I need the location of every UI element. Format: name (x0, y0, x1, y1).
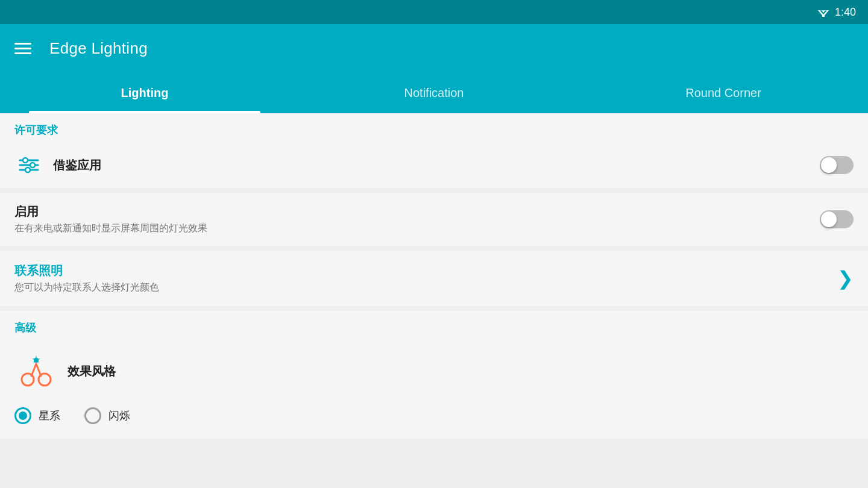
content-area: 许可要求 借鉴应用 启用 在 (0, 113, 868, 488)
enable-section: 启用 在有来电或新通知时显示屏幕周围的灯光效果 (0, 193, 868, 246)
permissions-section: 许可要求 借鉴应用 (0, 113, 868, 188)
advanced-section: 高级 效果风格 (0, 311, 868, 439)
svg-point-8 (30, 163, 35, 167)
enable-title: 启用 (14, 204, 820, 220)
tab-notification[interactable]: Notification (289, 72, 579, 113)
radio-shansuo[interactable] (84, 407, 101, 424)
app-bar: Edge Lighting (0, 24, 868, 72)
effect-style-label: 效果风格 (68, 363, 116, 380)
borrow-apps-title: 借鉴应用 (53, 157, 820, 174)
borrow-apps-content: 借鉴应用 (53, 157, 820, 174)
svg-point-7 (23, 158, 28, 163)
wifi-icon (817, 7, 830, 17)
effect-style-icon (17, 352, 55, 390)
borrow-apps-row: 借鉴应用 (0, 142, 868, 188)
enable-content: 启用 在有来电或新通知时显示屏幕周围的灯光效果 (14, 204, 820, 235)
contact-lighting-section: 联系照明 您可以为特定联系人选择灯光颜色 ❯ (0, 251, 868, 306)
svg-line-13 (36, 364, 41, 376)
contact-lighting-content: 联系照明 您可以为特定联系人选择灯光颜色 (14, 263, 837, 294)
time-display: 1:40 (835, 6, 856, 19)
effect-options-row: 星系 闪烁 (0, 402, 868, 439)
chevron-right-icon: ❯ (837, 267, 854, 290)
option-shansuo-label: 闪烁 (108, 408, 130, 423)
option-shansuo[interactable]: 闪烁 (84, 407, 130, 424)
borrow-apps-toggle[interactable] (820, 156, 854, 174)
contact-lighting-title: 联系照明 (14, 263, 837, 279)
status-icons: 1:40 (817, 6, 856, 19)
effect-info: 效果风格 (68, 363, 116, 380)
effect-icon-row: 效果风格 (0, 340, 868, 402)
svg-point-9 (25, 167, 30, 172)
sliders-icon (14, 153, 43, 177)
contact-lighting-subtitle: 您可以为特定联系人选择灯光颜色 (14, 281, 837, 294)
tab-round-corner[interactable]: Round Corner (579, 72, 868, 113)
enable-toggle[interactable] (820, 210, 854, 228)
app-title: Edge Lighting (49, 39, 148, 58)
option-xingxi[interactable]: 星系 (14, 407, 60, 424)
radio-xingxi[interactable] (14, 407, 31, 424)
status-bar: 1:40 (0, 0, 868, 24)
tab-bar: Lighting Notification Round Corner (0, 72, 868, 113)
radio-xingxi-inner (19, 411, 27, 420)
tab-lighting[interactable]: Lighting (0, 72, 289, 113)
option-xingxi-label: 星系 (39, 408, 60, 423)
enable-row: 启用 在有来电或新通知时显示屏幕周围的灯光效果 (0, 193, 868, 246)
contact-lighting-row[interactable]: 联系照明 您可以为特定联系人选择灯光颜色 ❯ (0, 251, 868, 306)
permissions-header: 许可要求 (0, 113, 868, 142)
enable-subtitle: 在有来电或新通知时显示屏幕周围的灯光效果 (14, 222, 820, 235)
effect-icon-container (14, 349, 58, 393)
advanced-header: 高级 (0, 311, 868, 340)
svg-line-12 (31, 364, 36, 376)
hamburger-menu-button[interactable] (14, 43, 31, 54)
